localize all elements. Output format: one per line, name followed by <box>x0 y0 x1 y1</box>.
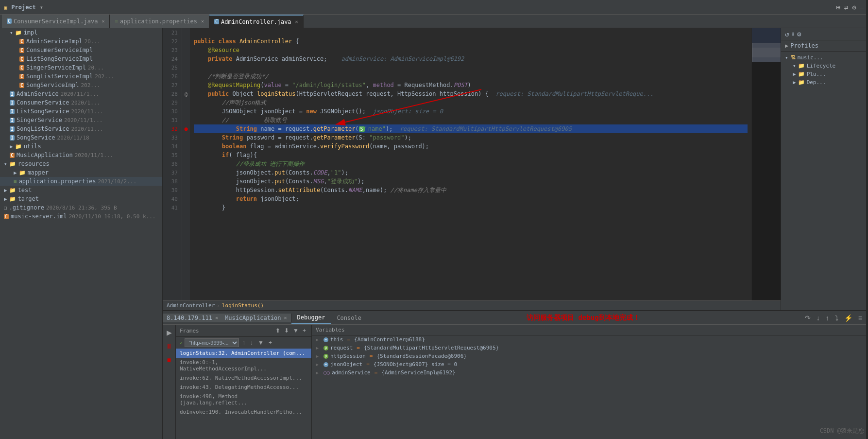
maven-expand-music: ▾ <box>785 54 788 61</box>
tab-debugger[interactable]: Debugger <box>291 312 331 324</box>
tree-item-mapper[interactable]: ▶ 📁 mapper <box>0 168 162 177</box>
maven-expand-icon[interactable]: ▶ <box>785 42 788 49</box>
tab-application-close[interactable]: ✕ <box>201 18 204 24</box>
var-expand-jsonobject[interactable]: ▶ <box>316 362 322 367</box>
evaluate-btn[interactable]: ⚡ <box>842 313 854 323</box>
tree-item-test[interactable]: ▶ 📁 test <box>0 186 162 194</box>
panel-resize-handle[interactable] <box>866 325 868 439</box>
var-item-jsonobject[interactable]: ▶ ≡ jsonObject = {JSONObject@6907} size … <box>312 360 868 369</box>
tab-consumer[interactable]: C ConsumerServiceImpl.java ✕ <box>2 15 110 28</box>
var-expand-adminservice[interactable]: ▶ <box>316 370 322 375</box>
tree-item-adminserviceimpl[interactable]: C AdminServiceImpl 20... <box>0 37 162 46</box>
thread-add-btn[interactable]: + <box>267 339 273 347</box>
tree-item-target[interactable]: ▶ 📁 target <box>0 194 162 203</box>
expand-icon-utils: ▶ <box>10 143 13 150</box>
frame-filter-btn[interactable]: ▼ <box>291 327 300 334</box>
step-into-btn[interactable]: ↓ <box>815 313 822 323</box>
frame-item-3[interactable]: invoke:43, DelegatingMethodAccesso... <box>176 383 311 392</box>
tree-item-gitignore[interactable]: ◻ .gitignore 2020/8/16 21:36, 395 B <box>0 203 162 212</box>
var-expand-this[interactable]: ▶ <box>316 337 322 342</box>
line-38: 38 <box>163 177 182 186</box>
frame-down-btn[interactable]: ⬇ <box>283 327 290 334</box>
tree-item-songserviceimpl[interactable]: C SongServiceImpl 202... <box>0 81 162 89</box>
pause-btn[interactable]: ⏸ <box>164 340 174 352</box>
frame-item-1[interactable]: invoke:0:-1, NativeMethodAccessorImpl... <box>176 358 311 373</box>
tree-item-adminservice[interactable]: I AdminService 2020/11/1... <box>0 89 162 98</box>
tree-item-songlistserviceimpl[interactable]: C SongListServiceImpl 202... <box>0 72 162 81</box>
tree-item-musicapplication[interactable]: C MusicApplication 2020/11/1... <box>0 151 162 159</box>
code-lines[interactable]: public class AdminController { @Resource <box>190 28 751 300</box>
settings-icon[interactable]: ⚙ <box>852 3 856 11</box>
frame-item-4[interactable]: invoke:498, Method (java.lang.reflect... <box>176 392 311 407</box>
step-out-btn[interactable]: ↑ <box>824 313 831 323</box>
profiles-label[interactable]: Profiles <box>790 42 818 49</box>
breadcrumb-admin[interactable]: AdminController <box>167 302 215 309</box>
breakpoint-32[interactable]: ● <box>184 125 187 132</box>
tab-application[interactable]: ≡ application.properties ✕ <box>110 15 209 28</box>
tree-item-utils[interactable]: ▶ 📁 utils <box>0 142 162 151</box>
run-to-cursor-btn[interactable]: ⤵ <box>833 313 840 323</box>
var-expand-request[interactable]: ▶ <box>316 345 322 351</box>
maven-item-music[interactable]: ▾ 🏗 music... <box>783 53 866 62</box>
tab-console[interactable]: Console <box>331 313 367 323</box>
tree-item-application-props[interactable]: ≡ application.properties 2021/10/2... <box>0 177 162 186</box>
stop-btn[interactable]: ■ <box>165 354 173 366</box>
frames-title: Frames <box>180 328 199 334</box>
tree-item-consumerservice[interactable]: I ConsumerService 2020/1... <box>0 98 162 107</box>
var-item-this[interactable]: ▶ ≡ this = {AdminController@6188} <box>312 335 868 344</box>
tab-consumer-close[interactable]: ✕ <box>102 18 104 24</box>
resume-btn[interactable]: ▶ <box>165 327 174 338</box>
gutter-28: @ <box>182 89 190 98</box>
debug-app-close[interactable]: ✕ <box>284 315 287 320</box>
frame-add-btn[interactable]: + <box>301 327 307 334</box>
var-expand-httpsession[interactable]: ▶ <box>316 353 322 359</box>
maven-item-dependencies[interactable]: ▶ 📁 Dep... <box>783 78 866 87</box>
var-item-adminservice[interactable]: ▶ ○○ adminService = {AdminServiceImpl@61… <box>312 369 868 377</box>
breadcrumb-method[interactable]: loginStatus() <box>222 302 264 309</box>
code-line-38: jsonObject. put (Consts. MSG , "登录成功" ); <box>194 177 748 186</box>
tree-item-songlistservice[interactable]: I SongListService 2020/11... <box>0 124 162 133</box>
var-item-request[interactable]: ▶ p request = {StandardMultipartHttpServ… <box>312 344 868 352</box>
tree-item-singerservice[interactable]: I SingerService 2020/11/1... <box>0 116 162 124</box>
frame-up-btn[interactable]: ⬆ <box>274 327 282 334</box>
tree-item-musicserveriml[interactable]: C music-server.iml 2020/11/10 16:18, 0.5… <box>0 212 162 221</box>
minimap[interactable] <box>751 28 781 300</box>
tree-item-listsongserviceimpl[interactable]: C ListSongServiceImpl <box>0 54 162 63</box>
variables-title: Variables <box>316 327 345 333</box>
debug-app-label[interactable]: MusicApplication <box>225 315 281 321</box>
frame-item-5[interactable]: doInvoke:190, InvocableHandlerMetho... <box>176 407 311 417</box>
thread-filter-btn[interactable]: ▼ <box>256 339 265 347</box>
debug-body: ▶ ⏸ ■ Frames ⬆ ⬇ ▼ + <box>163 325 868 439</box>
thread-up-btn[interactable]: ↑ <box>241 339 247 347</box>
tree-item-singerserviceimpl[interactable]: C SingerServiceImpl 20... <box>0 63 162 72</box>
split-icon[interactable]: ⇄ <box>844 3 848 11</box>
tree-item-listsongservice[interactable]: I ListSongService 2020/11... <box>0 107 162 116</box>
step-over-btn[interactable]: ↷ <box>803 313 813 323</box>
minimize-icon[interactable]: — <box>860 3 864 11</box>
maven-item-lifecycle[interactable]: ▾ 📁 Lifecycle <box>783 62 866 70</box>
maven-refresh-icon[interactable]: ↺ <box>785 30 789 38</box>
maven-item-plugins[interactable]: ▶ 📁 Plu... <box>783 70 866 78</box>
frame-item-2[interactable]: invoke:62, NativeMethodAccessorImpl... <box>176 373 311 383</box>
thread-dropdown[interactable]: "http-nio-9999-... <box>185 338 239 347</box>
thread-down-btn[interactable]: ↓ <box>249 339 255 347</box>
line-35: 35 <box>163 151 182 159</box>
tab-admin-close[interactable]: ✕ <box>295 19 298 24</box>
debug-session-label[interactable]: 8.140.179.111 <box>167 315 212 321</box>
gutter-32[interactable]: ● <box>182 124 190 133</box>
tab-admin[interactable]: C AdminController.java ✕ <box>209 15 304 28</box>
dropdown-icon[interactable]: ▾ <box>40 4 43 11</box>
frames-btn[interactable]: ≡ <box>856 313 864 323</box>
debug-session-close[interactable]: ✕ <box>215 315 218 320</box>
tree-item-songservice[interactable]: I SongService 2020/11/18 <box>0 133 162 142</box>
maven-download-icon[interactable]: ⬇ <box>791 30 795 38</box>
tree-item-impl[interactable]: ▾ 📁 impl <box>0 28 162 37</box>
gutter-31 <box>182 116 190 124</box>
tree-item-resources[interactable]: ▾ 📁 resources <box>0 159 162 168</box>
frame-item-0[interactable]: loginStatus:32, AdminController (com... <box>176 349 311 358</box>
maven-settings-icon[interactable]: ⚙ <box>797 30 801 38</box>
var-item-httpsession[interactable]: ▶ p httpSession = {StandardSessionFacade… <box>312 352 868 360</box>
tree-item-consumerserviceimpl[interactable]: C ConsumerServiceImpl <box>0 46 162 54</box>
layout-icon[interactable]: ⊞ <box>836 3 840 11</box>
tab-admin-icon: C <box>214 19 219 24</box>
